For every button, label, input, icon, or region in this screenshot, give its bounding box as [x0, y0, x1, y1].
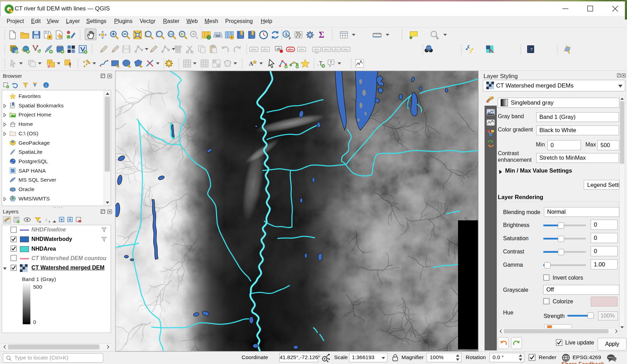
svg-text:?: ? — [530, 47, 533, 52]
svg-text:3D: 3D — [216, 34, 220, 38]
svg-text:A: A — [249, 60, 253, 67]
svg-text:ε: ε — [45, 217, 47, 222]
svg-text:abc: abc — [262, 47, 268, 51]
svg-text:abc: abc — [298, 47, 305, 51]
svg-text:abc: abc — [314, 47, 320, 51]
svg-text:1:1: 1:1 — [169, 33, 173, 36]
svg-text:ab: ab — [276, 47, 281, 51]
svg-text:T: T — [330, 60, 332, 65]
svg-text:abc: abc — [287, 47, 294, 51]
svg-text:abc: abc — [333, 47, 339, 51]
svg-text:Σ: Σ — [319, 30, 324, 39]
svg-text:abc: abc — [251, 47, 257, 51]
svg-text:i: i — [286, 32, 287, 37]
svg-text:abc: abc — [343, 47, 349, 51]
svg-text:abc: abc — [323, 47, 330, 51]
